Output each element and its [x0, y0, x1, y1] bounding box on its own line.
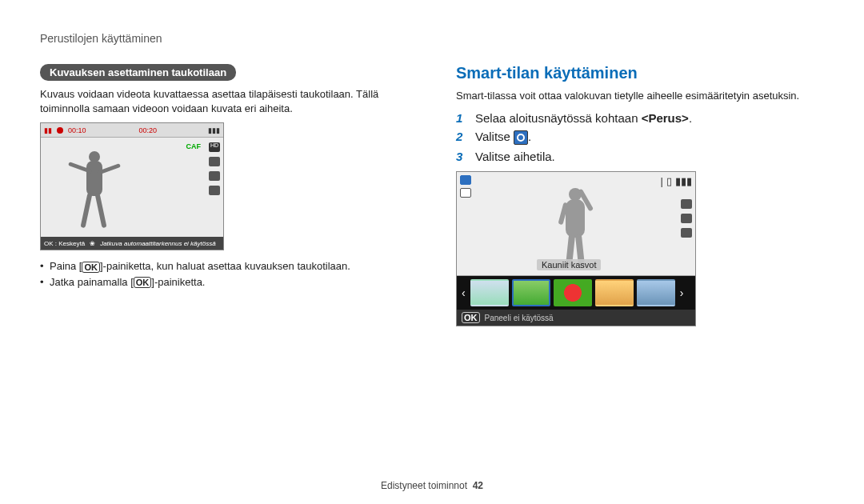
scene-thumb-1[interactable] — [470, 279, 509, 306]
smart-mode-heading: Smart-tilan käyttäminen — [456, 64, 824, 82]
panel-status-text: Paneeli ei käytössä — [485, 314, 554, 322]
film-icon: ▮▮ — [44, 126, 52, 134]
scene-thumbnail-strip: ‹ › — [457, 276, 695, 310]
bullet2-post: ]-painiketta. — [151, 276, 205, 288]
ok-chip-icon: OK — [82, 262, 100, 273]
step2-pre: Valitse — [475, 130, 514, 143]
side-icon-2 — [209, 171, 220, 181]
botbar-ok-text: OK : Keskeytä — [44, 240, 85, 247]
skater-silhouette — [73, 151, 121, 231]
bullet-list: Paina [OK]-painiketta, kun haluat asetta… — [40, 258, 408, 290]
step-2-text: Valitse . — [475, 130, 824, 145]
chevron-right-icon[interactable]: › — [678, 286, 686, 299]
left-column: Kuvauksen asettaminen taukotilaan Kuvaus… — [40, 64, 408, 326]
macro-icon — [681, 228, 692, 238]
scene-thumb-5[interactable] — [637, 279, 675, 306]
bullet2-pre: Jatka painamalla [ — [50, 276, 134, 288]
cam-top-right-icons: | ▯ ▮▮▮ — [661, 175, 692, 187]
step-number: 2 — [456, 130, 467, 145]
content-columns: Kuvauksen asettaminen taukotilaan Kuvaus… — [40, 64, 824, 326]
step-number: 1 — [456, 111, 467, 125]
side-icon-1 — [209, 157, 220, 166]
scene-thumb-3[interactable] — [554, 279, 592, 306]
step-1: 1 Selaa aloitusnäytössä kohtaan <Perus>. — [456, 111, 824, 125]
footer-page-number: 42 — [473, 480, 483, 491]
chevron-left-icon[interactable]: ‹ — [460, 286, 467, 299]
child-silhouette — [545, 188, 609, 268]
step1-pre: Selaa aloitusnäytössä kohtaan — [475, 111, 642, 125]
step-3: 3 Valitse aihetila. — [456, 150, 824, 163]
scene-thumb-4[interactable] — [595, 279, 634, 306]
section-pill: Kuvauksen asettaminen taukotilaan — [40, 64, 236, 81]
record-icon — [57, 127, 63, 134]
step-3-text: Valitse aihetila. — [475, 150, 824, 163]
screenshot-side-icons: HD — [209, 142, 220, 195]
memory-icon: ▯ — [666, 175, 672, 187]
camera-viewfinder: | ▯ ▮▮▮ Kauniit kasvot — [457, 172, 695, 276]
page-footer: Edistyneet toiminnot 42 — [0, 480, 864, 491]
cam-top-left-icons — [460, 175, 471, 198]
right-column: Smart-tilan käyttäminen Smart-tilassa vo… — [456, 64, 824, 326]
video-pause-screenshot: ▮▮ 00:10 00:20 ▮▮▮ CAF HD OK : Keskeytä … — [40, 122, 224, 250]
botbar-caption: Jatkuva automaattitarkennus ei käytössä — [100, 240, 216, 247]
right-intro-text: Smart-tilassa voit ottaa valokuvan tiety… — [456, 89, 824, 103]
smart-mode-screenshot: | ▯ ▮▮▮ Kauniit kasvot ‹ — [456, 171, 696, 326]
flower-icon: ❀ — [90, 240, 95, 247]
camera-bottom-bar: OK Paneeli ei käytössä — [457, 310, 695, 326]
bullet-1: Paina [OK]-painiketta, kun haluat asetta… — [40, 258, 408, 274]
smart-mode-icon — [514, 130, 528, 145]
steps-list: 1 Selaa aloitusnäytössä kohtaan <Perus>.… — [456, 111, 824, 163]
step2-post: . — [528, 130, 531, 143]
smart-select-icon — [460, 188, 471, 198]
step1-bold: <Perus> — [642, 111, 689, 125]
screenshot-bottombar: OK : Keskeytä ❀ Jatkuva automaattitarken… — [41, 237, 223, 250]
step-1-text: Selaa aloitusnäytössä kohtaan <Perus>. — [475, 111, 824, 125]
footer-section: Edistyneet toiminnot — [381, 480, 467, 491]
scene-thumb-2-selected[interactable] — [512, 279, 550, 306]
ok-chip-icon: OK — [462, 312, 480, 323]
cam-side-icons — [681, 199, 692, 238]
size-icon — [681, 199, 692, 209]
battery-icon: ▮▮▮ — [208, 126, 220, 134]
bullet1-post: ]-painiketta, kun haluat asettaa kuvauks… — [100, 260, 350, 272]
ok-chip-icon: OK — [134, 277, 152, 288]
rec-time-2: 00:20 — [139, 126, 158, 134]
battery-icon: ▮▮▮ — [675, 175, 692, 187]
step-2: 2 Valitse . — [456, 130, 824, 145]
bullet-2: Jatka painamalla [OK]-painiketta. — [40, 274, 408, 290]
hd-icon: HD — [209, 142, 220, 152]
bar-icon: | — [661, 175, 663, 187]
step-number: 3 — [456, 150, 467, 163]
camera-mode-icon — [460, 175, 471, 185]
step1-post: . — [689, 111, 692, 125]
caf-label: CAF — [186, 142, 202, 150]
side-icon-3 — [209, 186, 220, 195]
screenshot-topbar: ▮▮ 00:10 00:20 ▮▮▮ — [41, 123, 223, 138]
bullet1-pre: Paina [ — [50, 260, 82, 272]
left-body-text: Kuvaus voidaan videota kuvattaessa asett… — [40, 87, 408, 116]
rec-time-1: 00:10 — [68, 126, 86, 134]
redeye-icon — [681, 214, 692, 223]
scene-label: Kauniit kasvot — [537, 259, 601, 270]
page-header: Perustilojen käyttäminen — [40, 32, 162, 45]
